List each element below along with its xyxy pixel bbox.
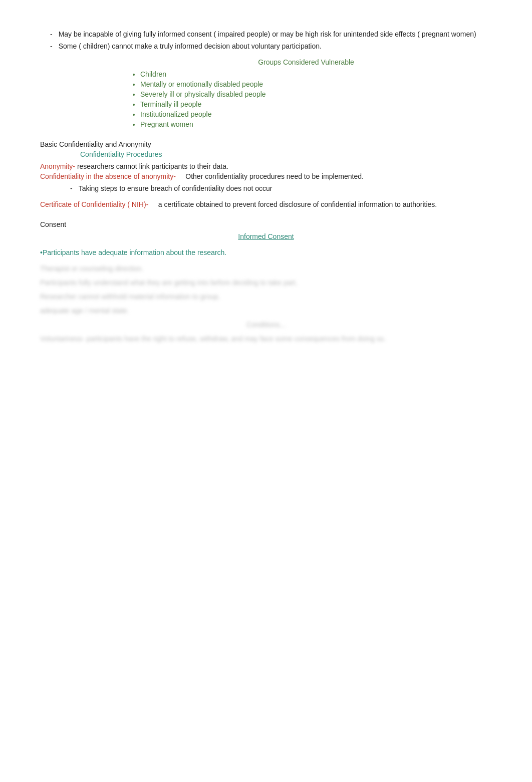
groups-list: Children Mentally or emotionally disable… [120, 70, 492, 128]
group-item-terminally: Terminally ill people [140, 100, 492, 108]
blurred-line-1: Therapist or counseling direction. [40, 265, 492, 273]
groups-section: Groups Considered Vulnerable Children Me… [40, 58, 492, 128]
confidentiality-heading: Basic Confidentiality and Anonymity [40, 140, 492, 148]
intro-list: May be incapable of giving fully informe… [40, 30, 492, 50]
confidentiality-absence-text [176, 172, 185, 180]
dash-item-breach: Taking steps to ensure breach of confide… [70, 184, 492, 192]
dash-item-wrapper: Taking steps to ensure breach of confide… [40, 184, 492, 192]
informed-consent-subheading: Informed Consent [40, 232, 492, 240]
groups-title: Groups Considered Vulnerable [120, 58, 492, 66]
consent-section: Consent Informed Consent •Participants h… [40, 220, 492, 343]
blurred-line-2: Participants fully understand what they … [40, 279, 492, 287]
blurred-line-5: Conditions... [40, 321, 492, 329]
confidentiality-absence-line: Confidentiality in the absence of anonym… [40, 172, 492, 180]
anonymity-label: Anonymity- [40, 162, 75, 170]
confidentiality-section: Basic Confidentiality and Anonymity Conf… [40, 140, 492, 208]
group-item-children: Children [140, 70, 492, 78]
confidentiality-subheading: Confidentiality Procedures [40, 150, 492, 158]
intro-item-1: May be incapable of giving fully informe… [50, 30, 492, 38]
blurred-line-4: adequate age / mental state. [40, 307, 492, 315]
blurred-line-6: Voluntariness- participants have the rig… [40, 335, 492, 343]
group-item-institutionalized: Institutionalized people [140, 110, 492, 118]
certificate-line: Certificate of Confidentiality ( NIH)- a… [40, 200, 492, 208]
confidentiality-absence-label: Confidentiality in the absence of anonym… [40, 172, 176, 180]
intro-section: May be incapable of giving fully informe… [40, 30, 492, 50]
consent-bullet1: •Participants have adequate information … [40, 248, 492, 256]
group-item-severely-disabled: Severely ill or physically disabled peop… [140, 90, 492, 98]
blurred-line-3: Researcher cannot withhold material info… [40, 293, 492, 301]
certificate-text: a certificate obtained to prevent forced… [158, 200, 437, 208]
group-item-pregnant: Pregnant women [140, 120, 492, 128]
certificate-label: Certificate of Confidentiality ( NIH)- [40, 200, 148, 208]
anonymity-line: Anonymity- researchers cannot link parti… [40, 162, 492, 170]
consent-heading: Consent [40, 220, 492, 228]
group-item-mentally-disabled: Mentally or emotionally disabled people [140, 80, 492, 88]
anonymity-text: researchers cannot link participants to … [75, 162, 228, 170]
intro-item-2: Some ( children) cannot make a truly inf… [50, 42, 492, 50]
certificate-spacer [148, 200, 158, 208]
